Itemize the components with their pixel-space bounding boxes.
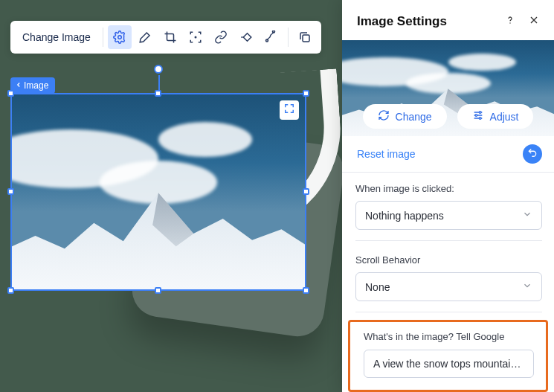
resize-handle[interactable] [155, 90, 161, 97]
preview-actions: Change Adjust [342, 104, 554, 129]
animation-button[interactable] [234, 25, 258, 49]
question-icon [504, 14, 516, 29]
toolbar-divider [103, 28, 103, 47]
copy-layout-button[interactable] [293, 25, 317, 49]
resize-handle[interactable] [7, 188, 14, 195]
svg-point-8 [475, 115, 477, 117]
adjust-button[interactable]: Adjust [457, 104, 534, 129]
alt-text-input[interactable]: A view the snow tops mountais, ever… [364, 350, 534, 378]
focus-button[interactable] [184, 25, 207, 49]
gear-icon [113, 30, 126, 44]
scroll-behavior-section: Scroll Behavior None [342, 244, 554, 315]
click-behavior-label: When image is clicked: [355, 183, 542, 194]
panel-header: Image Settings [342, 0, 554, 40]
click-behavior-value: Nothing happens [365, 210, 444, 222]
close-button[interactable] [526, 13, 542, 30]
undo-button[interactable] [523, 144, 542, 164]
path-icon [265, 30, 278, 44]
scroll-behavior-value: None [365, 281, 390, 293]
click-behavior-select[interactable]: Nothing happens [355, 201, 542, 230]
settings-button[interactable] [108, 25, 132, 49]
alt-text-section: What's in the image? Tell Google A view … [348, 320, 548, 392]
resize-handle[interactable] [303, 287, 309, 294]
chevron-down-icon [522, 209, 532, 222]
svg-point-0 [118, 36, 122, 39]
chevron-left-icon [15, 80, 22, 91]
copy-icon [298, 30, 312, 44]
svg-point-6 [509, 22, 510, 23]
change-image-button[interactable]: Change Image [15, 27, 98, 48]
path-button[interactable] [260, 25, 283, 49]
undo-icon [527, 147, 538, 161]
resize-handle[interactable] [303, 188, 309, 195]
click-behavior-section: When image is clicked: Nothing happens [342, 173, 554, 244]
change-button[interactable]: Change [363, 104, 447, 129]
svg-point-7 [479, 112, 481, 114]
link-icon [214, 30, 228, 44]
expand-icon [284, 103, 294, 117]
resize-handle[interactable] [303, 90, 309, 97]
breadcrumb-label: Image [24, 80, 48, 91]
image-preview: Change Adjust [342, 40, 554, 136]
alt-text-label: What's in the image? Tell Google [364, 331, 534, 342]
reset-row: Reset image [342, 136, 554, 173]
crop-button[interactable] [158, 25, 182, 49]
svg-rect-5 [303, 35, 309, 42]
rotate-handle[interactable] [154, 65, 163, 74]
toolbar-divider [288, 28, 289, 47]
svg-rect-2 [243, 33, 251, 42]
image-toolbar: Change Image [10, 21, 321, 54]
refresh-icon [378, 109, 390, 123]
selected-image[interactable] [10, 93, 306, 291]
sliders-icon [472, 109, 484, 123]
resize-handle[interactable] [155, 287, 161, 294]
focus-icon [189, 30, 202, 44]
scroll-behavior-label: Scroll Behavior [355, 254, 542, 266]
svg-point-1 [195, 36, 196, 38]
resize-handle[interactable] [7, 90, 14, 97]
section-divider [355, 240, 542, 241]
close-icon [528, 14, 540, 29]
image-settings-panel: Image Settings Change [342, 0, 554, 392]
adjust-button-label: Adjust [490, 111, 519, 123]
scroll-behavior-select[interactable]: None [355, 272, 542, 301]
link-button[interactable] [209, 25, 233, 49]
brush-button[interactable] [133, 25, 157, 49]
panel-title: Image Settings [357, 14, 495, 29]
resize-handle[interactable] [7, 287, 14, 294]
mountain-image [12, 94, 305, 289]
crop-icon [164, 30, 177, 44]
chevron-down-icon [522, 280, 532, 293]
svg-point-9 [479, 118, 481, 120]
change-button-label: Change [396, 111, 432, 123]
breadcrumb[interactable]: Image [10, 77, 55, 94]
fullscreen-button[interactable] [280, 100, 299, 120]
section-divider [355, 312, 542, 312]
diamond-icon [239, 30, 253, 44]
reset-image-link[interactable]: Reset image [357, 148, 523, 160]
help-button[interactable] [502, 13, 518, 30]
brush-icon [138, 30, 152, 44]
